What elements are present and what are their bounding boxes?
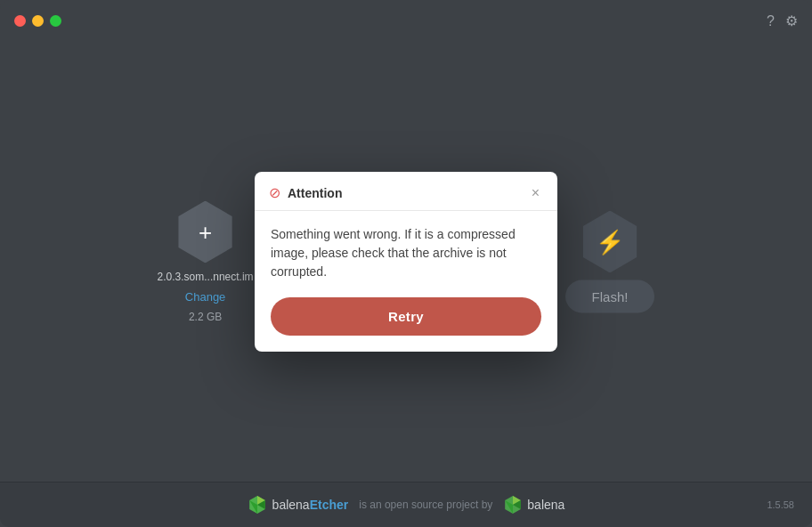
footer-tagline: is an open source project by	[359, 499, 492, 511]
version-label: 1.5.58	[767, 499, 794, 510]
modal-overlay: ⊘ Attention × Something went wrong. If i…	[0, 42, 812, 482]
footer: balenaEtcher is an open source project b…	[0, 482, 812, 527]
modal-message: Something went wrong. If it is a compres…	[271, 225, 541, 281]
footer-logo: balenaEtcher	[248, 495, 349, 515]
close-button[interactable]	[14, 15, 26, 27]
modal-title-row: ⊘ Attention	[269, 184, 342, 201]
balena-brand-name: balena	[527, 498, 564, 512]
attention-modal: ⊘ Attention × Something went wrong. If i…	[255, 172, 557, 352]
modal-header: ⊘ Attention ×	[255, 172, 557, 211]
balena-logo	[503, 495, 523, 515]
modal-close-button[interactable]: ×	[528, 186, 543, 200]
balena-brand: balena	[503, 495, 564, 515]
attention-icon: ⊘	[269, 184, 280, 201]
app-name: balenaEtcher	[272, 498, 349, 512]
maximize-button[interactable]	[50, 15, 61, 27]
modal-body: Something went wrong. If it is a compres…	[255, 211, 557, 352]
settings-icon[interactable]: ⚙	[785, 12, 798, 29]
help-icon[interactable]: ?	[767, 13, 775, 29]
modal-title: Attention	[288, 186, 342, 200]
titlebar: ? ⚙	[0, 0, 812, 42]
balena-etcher-logo	[248, 495, 267, 515]
traffic-lights	[14, 15, 61, 27]
main-content: + 2.0.3.som...nnect.im Change 2.2 GB ⚡ F…	[0, 42, 812, 482]
titlebar-actions: ? ⚙	[767, 12, 798, 29]
minimize-button[interactable]	[32, 15, 44, 27]
retry-button[interactable]: Retry	[271, 297, 541, 336]
